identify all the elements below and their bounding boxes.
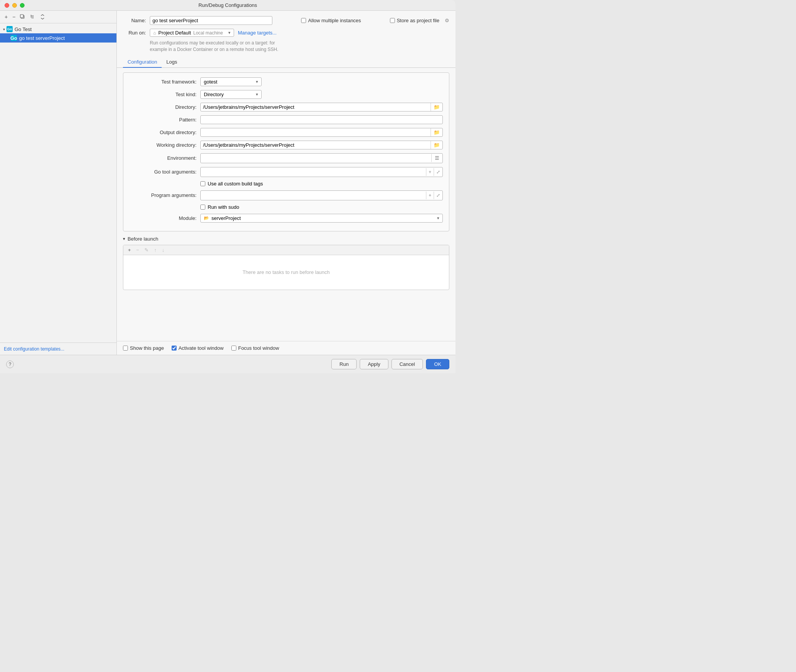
move-config-button[interactable] [28, 13, 37, 20]
activate-tool-window-label: Activate tool window [179, 345, 224, 351]
bottom-checkboxes: Show this page Activate tool window Focu… [117, 341, 455, 355]
tree-group-label: Go Test [15, 26, 32, 32]
runon-select[interactable]: ⌂ Project Default Local machine ▾ [150, 29, 234, 37]
working-dir-input[interactable] [201, 141, 431, 149]
run-with-sudo-label: Run with sudo [208, 204, 239, 210]
go-tool-args-add-button[interactable]: + [426, 168, 434, 176]
test-framework-control: gotest ▾ [200, 77, 443, 86]
program-args-control: + ⤢ [200, 190, 443, 200]
run-with-sudo-checkbox[interactable] [200, 205, 205, 210]
working-dir-input-group: 📁 [200, 141, 443, 149]
bl-add-button[interactable]: + [126, 247, 133, 253]
tab-configuration[interactable]: Configuration [123, 57, 162, 68]
before-launch-header[interactable]: ▾ Before launch [123, 236, 449, 242]
activate-tool-window-checkbox[interactable] [172, 346, 177, 351]
pattern-control [200, 115, 443, 124]
config-panel: Test framework: gotest ▾ Test kind: [123, 72, 449, 231]
dialog-title: Run/Debug Configurations [198, 2, 257, 8]
sidebar: + − [0, 11, 117, 355]
cancel-button[interactable]: Cancel [391, 359, 423, 369]
copy-icon [20, 14, 25, 20]
output-dir-input[interactable] [201, 128, 431, 136]
bl-remove-button[interactable]: − [135, 247, 141, 253]
go-tool-args-label: Go tool arguments: [129, 169, 197, 175]
copy-config-button[interactable] [18, 13, 27, 20]
module-folder-icon: 📂 [204, 216, 209, 221]
title-bar: Run/Debug Configurations [0, 0, 455, 11]
allow-multiple-checkbox[interactable] [301, 18, 306, 23]
pattern-label: Pattern: [129, 117, 197, 123]
module-arrow: ▾ [437, 216, 439, 221]
environment-input[interactable] [201, 154, 431, 162]
module-select[interactable]: 📂 serverProject ▾ [200, 214, 443, 223]
add-config-button[interactable]: + [3, 13, 9, 21]
use-build-tags-row: Use all custom build tags [200, 181, 443, 187]
bl-up-button[interactable]: ↑ [152, 247, 158, 253]
move-icon [30, 14, 35, 20]
name-row: Name: Allow multiple instances Store as … [123, 16, 449, 25]
sort-icon [40, 14, 45, 20]
test-kind-select[interactable]: Directory ▾ [200, 90, 262, 99]
runon-dropdown-arrow: ▾ [228, 30, 231, 35]
name-label: Name: [123, 18, 146, 23]
chevron-icon: ▾ [3, 27, 5, 31]
help-button[interactable]: ? [6, 361, 14, 368]
edit-templates-link[interactable]: Edit configuration templates... [4, 346, 64, 352]
sort-config-button[interactable] [38, 13, 47, 20]
use-build-tags-checkbox[interactable] [200, 181, 205, 186]
focus-tool-window-checkbox[interactable] [231, 346, 236, 351]
go-tool-args-input-group: + ⤢ [200, 167, 443, 177]
name-input[interactable] [150, 16, 272, 25]
before-launch-panel: + − ✎ ↑ ↓ There are no tasks to run befo… [123, 245, 449, 290]
pattern-row: Pattern: [129, 115, 443, 124]
test-kind-control: Directory ▾ [200, 90, 443, 99]
go-tool-args-expand-button[interactable]: ⤢ [434, 168, 442, 176]
program-args-add-button[interactable]: + [426, 192, 434, 199]
bl-edit-button[interactable]: ✎ [143, 247, 150, 253]
home-icon: ⌂ [153, 30, 156, 36]
remove-config-button[interactable]: − [11, 13, 17, 21]
before-launch-section: ▾ Before launch + − ✎ ↑ ↓ There are no t… [123, 236, 449, 290]
test-framework-select[interactable]: gotest ▾ [200, 77, 262, 86]
close-button[interactable] [5, 3, 9, 8]
working-dir-browse-button[interactable]: 📁 [431, 141, 442, 149]
tree-group-go-test[interactable]: ▾ Go Go Test [0, 25, 116, 33]
tree-item-go-test-server[interactable]: Go go test serverProject [0, 33, 116, 43]
run-button[interactable]: Run [331, 359, 357, 369]
svg-rect-1 [20, 15, 23, 18]
content-area: Name: Allow multiple instances Store as … [117, 11, 455, 355]
tab-logs[interactable]: Logs [162, 57, 182, 68]
runon-row: Run on: ⌂ Project Default Local machine … [123, 29, 449, 37]
ok-button[interactable]: OK [426, 359, 449, 369]
directory-control: 📁 [200, 103, 443, 111]
go-test-item-icon: Go [11, 35, 17, 41]
bl-down-button[interactable]: ↓ [161, 247, 166, 253]
module-control: 📂 serverProject ▾ [200, 214, 443, 223]
before-launch-toolbar: + − ✎ ↑ ↓ [123, 245, 449, 255]
program-args-input[interactable] [201, 191, 426, 199]
run-with-sudo-row: Run with sudo [200, 204, 443, 210]
program-args-buttons: + ⤢ [426, 192, 442, 199]
pattern-input[interactable] [200, 115, 443, 124]
manage-targets-link[interactable]: Manage targets... [238, 30, 277, 36]
gear-icon[interactable]: ⚙ [445, 18, 449, 23]
directory-browse-button[interactable]: 📁 [431, 103, 442, 111]
output-dir-browse-button[interactable]: 📁 [431, 128, 442, 136]
apply-button[interactable]: Apply [360, 359, 388, 369]
maximize-button[interactable] [20, 3, 25, 8]
runon-label: Run on: [123, 30, 146, 36]
environment-expand-button[interactable]: ☰ [431, 154, 442, 162]
test-framework-value: gotest [204, 79, 217, 85]
test-kind-arrow: ▾ [256, 92, 258, 97]
config-content: Test framework: gotest ▾ Test kind: [117, 68, 455, 341]
show-this-page-checkbox[interactable] [123, 346, 128, 351]
minimize-button[interactable] [12, 3, 17, 8]
show-this-page-label: Show this page [130, 345, 164, 351]
activate-tool-window-item: Activate tool window [172, 345, 224, 351]
go-tool-args-input[interactable] [201, 168, 426, 176]
before-launch-title: Before launch [128, 236, 158, 242]
show-this-page-item: Show this page [123, 345, 164, 351]
directory-input[interactable] [201, 103, 431, 111]
program-args-expand-button[interactable]: ⤢ [434, 192, 442, 199]
store-project-checkbox[interactable] [390, 18, 395, 23]
